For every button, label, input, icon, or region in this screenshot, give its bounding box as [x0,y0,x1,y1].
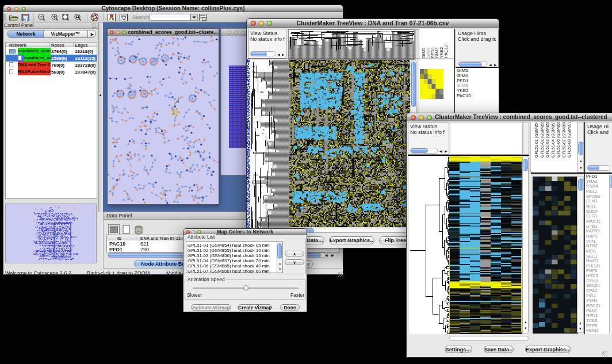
svg-text:GPL51-06 (GSM865): GPL51-06 (GSM865) [556,122,561,158]
svg-text:GPL51-04 (GSM857): GPL51-04 (GSM857) [551,122,556,158]
svg-text:GPL51-08 (GSM872): GPL51-08 (GSM872) [567,122,572,158]
svg-text:GPL51-01 (GSM854): GPL51-01 (GSM854) [534,122,539,158]
svg-text:GPL51-03 (GSM856): GPL51-03 (GSM856) [545,122,550,158]
svg-text:PAC10: PAC10 [443,45,449,58]
svg-text:GPL51-02 (GSM855): GPL51-02 (GSM855) [540,122,545,158]
svg-text:GPL51-07 (GSM868): GPL51-07 (GSM868) [562,122,567,158]
